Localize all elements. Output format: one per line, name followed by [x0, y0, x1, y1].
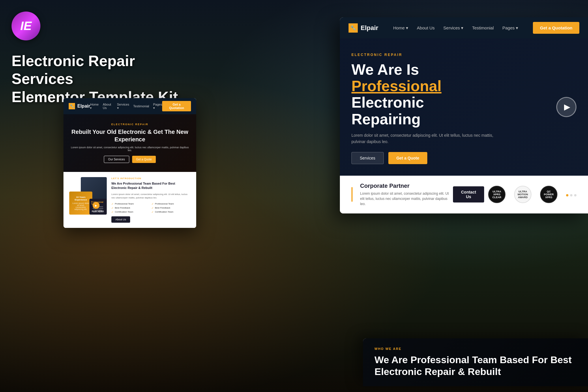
dot-2: [570, 194, 572, 196]
logo-icon-small: 🔧: [69, 103, 75, 109]
nav-home-small[interactable]: Home ▾: [90, 103, 99, 110]
nav-links-large: Home ▾ About Us Services ▾ Testimonial P…: [393, 25, 518, 31]
bottom-card-content: WHO WE ARE We Are Professional Team Base…: [363, 338, 588, 386]
intro-label: LET'S INTRODUCTION: [111, 177, 190, 180]
play-label-small: PLAY VIDEO: [92, 210, 104, 212]
about-content-small: LET'S INTRODUCTION We Are Professional T…: [111, 177, 190, 223]
nav-pages-small[interactable]: Pages ▾: [153, 103, 162, 110]
about-checklist: ✓ Professional Team ✓ Professional Team …: [111, 202, 190, 213]
nav-services-large[interactable]: Services ▾: [443, 25, 464, 31]
check-label-1: Professional Team: [115, 202, 134, 205]
partner-section-inner: Corporate Partner Lorem ipsum dolor sit …: [351, 183, 557, 207]
check-item-3: ✓ Best Feedback: [111, 207, 150, 209]
cta-button-small[interactable]: Get a Quotation: [162, 101, 191, 111]
check-icon-3: ✓: [111, 207, 114, 209]
about-title-small: We Are Professional Team Based For Best …: [111, 181, 190, 190]
partner-logo-circle-3: QCPOWERXPRS: [540, 186, 557, 203]
partner-logos: ULTRAXPRSCLEAR ULTRAMOTIONAWARD QCPOWERX…: [488, 186, 557, 203]
partner-section: Corporate Partner Lorem ipsum dolor sit …: [340, 176, 588, 213]
btn-our-services-small[interactable]: Our Services: [104, 156, 129, 163]
partner-logo-circle-1: ULTRAXPRSCLEAR: [488, 186, 505, 203]
hero-desc-large: Lorem dolor sit amet, consectetur adipis…: [351, 132, 496, 145]
logo-small: 🔧 Elpair: [69, 103, 90, 109]
nav-pages-large[interactable]: Pages ▾: [502, 25, 518, 31]
hero-label-small: ELECTRONIC REPAIR: [69, 123, 190, 126]
btn-get-quote-large[interactable]: Get a Quote: [388, 152, 427, 164]
logo-large: 🔧 Elpair: [349, 23, 378, 33]
cta-button-large[interactable]: Get a Quotation: [533, 22, 579, 34]
hero-title-small: Rebuilt Your Old Electronic & Get The Ne…: [69, 128, 190, 143]
logo-icon-large: 🔧: [349, 23, 358, 33]
preview-card-bottom: WHO WE ARE We Are Professional Team Base…: [363, 338, 588, 386]
experience-title: 10 Years Experience: [72, 196, 90, 201]
partner-bar: [351, 187, 353, 202]
btn-contact[interactable]: Contact Us: [453, 186, 484, 202]
btn-services-large[interactable]: Services: [351, 152, 384, 164]
hero-buttons-small: Our Services Get a Quote: [69, 156, 190, 163]
navbar-small: 🔧 Elpair Home ▾ About Us Services ▾ Test…: [63, 98, 196, 114]
check-label-2: Professional Team: [155, 202, 174, 205]
preview-card-small: 🔧 Elpair Home ▾ About Us Services ▾ Test…: [63, 98, 196, 228]
partner-logo-3: QCPOWERXPRS: [540, 186, 557, 203]
check-item-4: ✓ Best Feedback: [151, 207, 190, 209]
nav-testimonial-small[interactable]: Testimonial: [133, 104, 149, 108]
about-small: 10 Years Experience Lorem ipsum dolor si…: [63, 172, 196, 228]
partner-text-block: Corporate Partner Lorem ipsum dolor sit …: [360, 183, 449, 207]
check-label-3: Best Feedback: [115, 207, 130, 209]
elementor-logo: IE: [12, 12, 40, 40]
about-desc-small: Lorem ipsum dolor sit amet, consectetur …: [111, 193, 190, 200]
check-item-6: ✓ Certification Team: [151, 211, 190, 213]
play-button-large[interactable]: [556, 97, 576, 117]
experience-text: Lorem ipsum dolor sit amet, consectetur …: [72, 202, 90, 210]
btn-get-quote-small[interactable]: Get a Quote: [132, 156, 156, 163]
check-icon-1: ✓: [111, 202, 114, 205]
hero-large: ELECTRONIC REPAIR We Are Is Professional…: [340, 38, 588, 176]
hero-label-large: ELECTRONIC REPAIR: [351, 53, 576, 57]
logo-text-large: Elpair: [361, 24, 378, 32]
partner-desc: Lorem ipsum dolor sit amet, consectetur …: [360, 191, 449, 207]
bottom-card-left: WHO WE ARE We Are Professional Team Base…: [374, 347, 576, 378]
who-we-are-label: WHO WE ARE: [374, 347, 576, 350]
hero-title-large: We Are Is Professional Electronic Repair…: [351, 61, 576, 127]
hero-desc-small: Lorem ipsum dolor sit amet, consectetur …: [69, 146, 190, 152]
nav-services-small[interactable]: Services ▾: [117, 103, 129, 110]
btn-about-small[interactable]: About Us: [111, 216, 130, 223]
preview-card-large: 🔧 Elpair Home ▾ About Us Services ▾ Test…: [340, 17, 588, 213]
hero-buttons-large: Services Get a Quote: [351, 152, 576, 164]
about-images-small: 10 Years Experience Lorem ipsum dolor si…: [69, 177, 107, 215]
check-icon-6: ✓: [151, 211, 154, 213]
elementor-letters: IE: [20, 19, 32, 33]
check-icon-4: ✓: [151, 207, 154, 209]
nav-links-small: Home ▾ About Us Services ▾ Testimonial P…: [90, 103, 162, 110]
about-experience-badge: 10 Years Experience Lorem ipsum dolor si…: [69, 192, 92, 215]
check-icon-2: ✓: [151, 202, 154, 205]
hero-title-line2: Electronic: [351, 94, 424, 111]
hero-title-highlight: Professional: [351, 78, 441, 94]
nav-about-large[interactable]: About Us: [417, 25, 435, 30]
check-label-5: Certification Team: [115, 211, 133, 213]
check-label-4: Best Feedback: [155, 207, 170, 209]
dot-1: [566, 194, 568, 196]
partner-title: Corporate Partner: [360, 183, 449, 189]
nav-about-small[interactable]: About Us: [103, 103, 113, 110]
play-button-small[interactable]: ▶: [93, 202, 100, 209]
hero-small: ELECTRONIC REPAIR Rebuilt Your Old Elect…: [63, 114, 196, 172]
check-item-1: ✓ Professional Team: [111, 202, 150, 205]
logo-text-small: Elpair: [77, 104, 90, 109]
nav-testimonial-large[interactable]: Testimonial: [472, 25, 494, 30]
dot-3: [574, 194, 576, 196]
hero-title-line1: We Are Is: [351, 61, 419, 78]
nav-home-large[interactable]: Home ▾: [393, 25, 408, 31]
check-label-6: Certification Team: [155, 211, 173, 213]
hero-title-line3: Repairing: [351, 111, 421, 127]
bottom-card-title: We Are Professional Team Based For Best …: [374, 354, 576, 378]
navbar-large: 🔧 Elpair Home ▾ About Us Services ▾ Test…: [340, 17, 588, 38]
partner-dots: [566, 194, 576, 196]
partner-logo-1: ULTRAXPRSCLEAR: [488, 186, 505, 203]
check-item-5: ✓ Certification Team: [111, 211, 150, 213]
partner-logo-circle-2: ULTRAMOTIONAWARD: [514, 186, 531, 203]
check-icon-5: ✓: [111, 211, 114, 213]
partner-logo-2: ULTRAMOTIONAWARD: [514, 186, 531, 203]
check-item-2: ✓ Professional Team: [151, 202, 190, 205]
